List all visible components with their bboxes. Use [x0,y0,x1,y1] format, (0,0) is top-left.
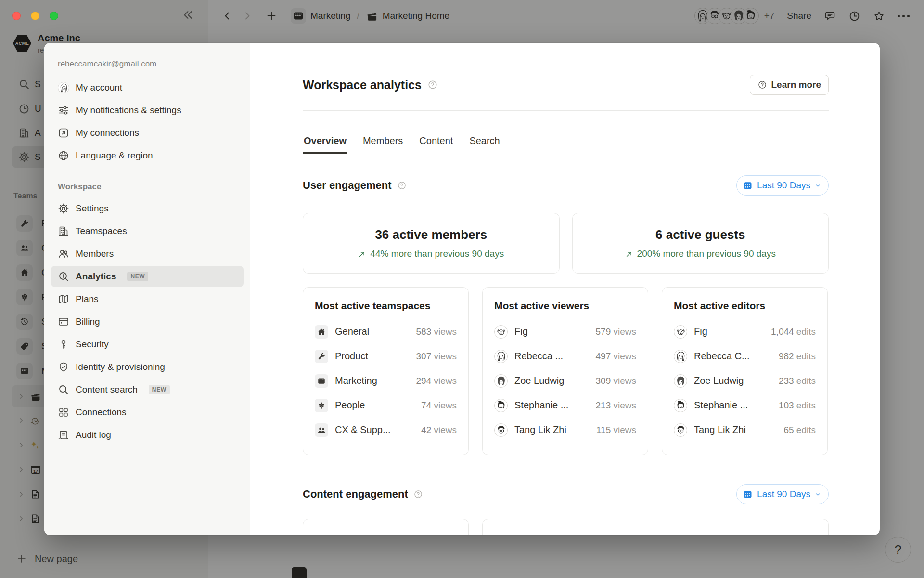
most-active-teamspaces-card: Most active teamspaces General 583 views… [303,287,469,455]
stat-headline: 6 active guests [655,227,745,242]
list-item[interactable]: Fig 579 views [494,319,636,344]
avatar-stephanie [494,399,508,412]
modal-item-language-region[interactable]: Language & region [51,145,244,166]
settings-modal: rebeccamcakir@gmail.com My account My no… [44,43,880,535]
analytics-tabs: Overview Members Content Search [303,129,829,154]
members-icon [58,248,69,260]
avatar-fig [674,325,687,339]
active-members-card: 36 active members 44% more than previous… [303,213,560,274]
modal-item-billing[interactable]: Billing [51,311,244,332]
most-active-viewers-card: Most active viewers Fig 579 views Rebecc… [482,287,648,455]
help-tooltip-icon[interactable] [413,489,423,499]
calendar-icon [743,181,753,190]
chevron-down-icon [815,183,821,189]
list-item[interactable]: Product 307 views [315,344,457,368]
modal-item-members[interactable]: Members [51,243,244,264]
home-icon [315,325,328,339]
list-item[interactable]: Rebecca ... 497 views [494,344,636,368]
new-badge: NEW [127,272,148,281]
account-email: rebeccamcakir@gmail.com [44,55,250,76]
modal-item-my-notifications[interactable]: My notifications & settings [51,100,244,121]
key-icon [58,339,69,350]
list-item[interactable]: Tang Lik Zhi 115 views [494,418,636,442]
clapper-crate-icon [315,374,328,388]
modal-item-my-connections[interactable]: My connections [51,122,244,144]
help-tooltip-icon[interactable] [397,181,407,190]
list-item[interactable]: Tang Lik Zhi 65 edits [674,418,816,442]
sliders-icon [58,105,69,116]
wrench-icon [315,350,328,363]
list-item[interactable]: Rebecca C... 982 edits [674,344,816,368]
zoom-plus-icon [58,271,69,282]
close-window-button[interactable] [12,12,21,20]
date-range-dropdown[interactable]: Last 90 Days [736,175,829,196]
user-engagement-heading: User engagement [303,179,407,192]
stat-delta: 44% more than previous 90 days [358,249,504,259]
modal-item-settings[interactable]: Settings [51,198,244,219]
credit-card-icon [58,316,69,328]
tab-search[interactable]: Search [468,129,500,154]
list-item[interactable]: Stephanie ... 103 edits [674,393,816,418]
modal-item-identity-provisioning[interactable]: Identity & provisioning [51,356,244,378]
list-item[interactable]: Zoe Ludwig 233 edits [674,368,816,393]
page-title: Workspace analytics [303,78,438,92]
trend-up-icon [625,250,633,258]
settings-modal-main: Workspace analytics Learn more Overview … [250,43,880,535]
calendar-icon [743,489,753,499]
tab-content[interactable]: Content [418,129,454,154]
globe-icon [58,150,69,161]
tab-members[interactable]: Members [362,129,404,154]
workspace-section-label: Workspace [44,168,250,197]
list-item[interactable]: Stephanie ... 213 views [494,393,636,418]
list-item[interactable]: CX & Supp... 42 views [315,418,457,442]
minimize-window-button[interactable] [31,12,39,20]
user-avatar [58,82,69,93]
list-item[interactable]: Fig 1,044 edits [674,319,816,344]
avatar-tang [494,423,508,437]
people-icon [315,423,328,437]
gear-icon [58,203,69,214]
grid-icon [58,407,69,418]
arrow-up-right-box-icon [58,127,69,139]
shield-check-icon [58,361,69,373]
scroll-icon [58,429,69,441]
date-range-dropdown[interactable]: Last 90 Days [736,484,829,504]
list-item[interactable]: General 583 views [315,319,457,344]
map-icon [58,293,69,305]
modal-item-analytics[interactable]: Analytics NEW [51,266,244,287]
list-item[interactable]: Marketing 294 views [315,368,457,393]
list-item[interactable]: People 74 views [315,393,457,418]
avatar-fig [494,325,508,339]
modal-item-connections[interactable]: Connections [51,402,244,423]
trend-up-icon [358,250,366,258]
tab-overview[interactable]: Overview [303,129,347,154]
search-icon [58,384,69,395]
partial-card [482,519,829,535]
zoom-window-button[interactable] [50,12,58,20]
avatar-zoe [494,374,508,388]
modal-item-my-account[interactable]: My account [51,77,244,98]
chevron-down-icon [815,491,821,498]
modal-item-content-search[interactable]: Content search NEW [51,379,244,400]
content-engagement-heading: Content engagement [303,488,423,500]
help-tooltip-icon[interactable] [427,79,438,90]
avatar-tang [674,423,687,437]
content-engagement-cards [303,519,829,535]
list-item[interactable]: Zoe Ludwig 309 views [494,368,636,393]
learn-more-button[interactable]: Learn more [750,75,829,95]
modal-item-plans[interactable]: Plans [51,289,244,310]
modal-item-security[interactable]: Security [51,334,244,355]
most-active-editors-card: Most active editors Fig 1,044 edits Rebe… [662,287,828,455]
active-guests-card: 6 active guests 200% more than previous … [572,213,829,274]
notion-app: ACME Acme Inc re S U A S Teams P C [0,0,924,578]
avatar-zoe [674,374,687,388]
avatar-rebecca [494,350,508,363]
modal-item-audit-log[interactable]: Audit log [51,424,244,446]
modal-item-teamspaces[interactable]: Teamspaces [51,221,244,242]
stat-delta: 200% more than previous 90 days [625,249,776,259]
avatar-rebecca [674,350,687,363]
header-divider [303,110,829,111]
stat-headline: 36 active members [375,227,487,242]
question-circle-icon [757,80,767,90]
window-controls [12,12,58,20]
